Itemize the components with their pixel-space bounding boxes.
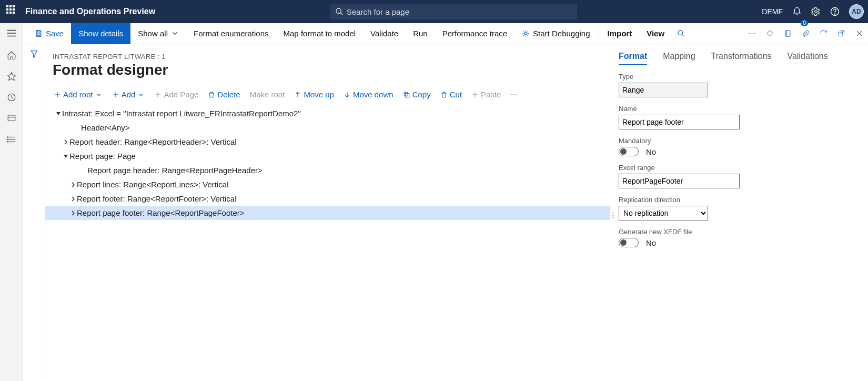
home-icon[interactable] [7,51,16,60]
tree-row[interactable]: Intrastat: Excel = "Intrastat report Lit… [45,106,610,121]
company-code[interactable]: DEMF [762,7,783,16]
trash-icon [440,91,448,98]
svg-rect-18 [37,31,40,32]
splitter-handle[interactable] [610,49,615,381]
run-button[interactable]: Run [406,23,435,44]
app-launcher-icon[interactable] [6,5,19,18]
validate-button[interactable]: Validate [363,23,406,44]
caret-down-icon[interactable] [55,111,62,116]
caret-down-icon[interactable] [62,154,69,159]
ellipsis-icon [510,91,518,98]
chevron-down-icon [171,29,179,37]
excel-range-field[interactable] [619,174,740,188]
tab-format[interactable]: Format [619,52,647,65]
tab-transformations[interactable]: Transformations [711,52,772,65]
tab-validations[interactable]: Validations [788,52,828,65]
move-down-button[interactable]: Move down [339,88,398,101]
find-button[interactable] [672,23,690,44]
add-root-button[interactable]: Add root [49,88,107,101]
name-field[interactable] [619,115,740,129]
avatar[interactable]: AD [849,4,864,19]
svg-marker-49 [64,155,68,158]
svg-point-25 [753,33,754,34]
move-up-button[interactable]: Move up [290,88,338,101]
attachment-count: 0 [801,20,808,26]
tree-label: Intrastat: Excel = "Intrastat report Lit… [62,109,301,118]
svg-rect-42 [404,92,408,96]
office-icon-button[interactable] [779,23,796,44]
start-debugging-button[interactable]: Start Debugging [514,23,597,44]
tree-label: Report header: Range<ReportHeader>: Vert… [69,137,237,146]
show-details-button[interactable]: Show details [71,23,130,44]
svg-point-51 [612,215,613,215]
hamburger-icon[interactable] [6,27,17,39]
add-button[interactable]: Add [108,88,149,101]
modules-icon[interactable] [7,135,16,144]
search-input[interactable] [347,7,572,16]
mandatory-value: No [646,147,656,156]
performance-trace-button[interactable]: Performance trace [435,23,514,44]
replication-select[interactable]: No replication [619,206,708,220]
caret-right-icon[interactable] [69,210,77,216]
tree-row[interactable]: Report page: Page [45,149,610,163]
svg-rect-10 [8,115,15,121]
mandatory-toggle[interactable] [619,147,639,156]
breadcrumb: INTRASTAT REPORT LITWARE : 1 [45,49,610,62]
format-enumerations-button[interactable]: Format enumerations [186,23,276,44]
office-icon [784,29,792,37]
attachments-button[interactable]: 0 [796,23,814,44]
tree-row[interactable]: Report lines: Range<ReportLines>: Vertic… [45,177,610,192]
xfdf-toggle[interactable] [619,238,639,247]
tree-row[interactable]: Report footer: Range<ReportFooter>: Vert… [45,192,610,206]
plus-icon [112,91,119,98]
titlebar: Finance and Operations Preview DEMF AD [0,0,868,23]
svg-point-52 [612,217,613,217]
gear-icon[interactable] [811,7,821,16]
caret-right-icon[interactable] [69,182,77,187]
workspace-icon[interactable] [7,114,16,123]
import-button[interactable]: Import [600,23,640,44]
svg-marker-8 [7,73,15,81]
recent-icon[interactable] [7,93,16,102]
delete-button[interactable]: Delete [204,88,244,101]
svg-point-21 [678,31,682,35]
diamond-icon [766,29,774,37]
svg-point-47 [516,94,517,95]
svg-point-45 [511,94,512,95]
global-search[interactable] [330,4,577,19]
tree-row[interactable]: Report page footer: Range<ReportPageFoot… [45,206,610,220]
svg-point-16 [7,139,8,140]
format-tree[interactable]: Intrastat: Excel = "Intrastat report Lit… [45,104,610,381]
tree-label: Report page header: Range<ReportPageHead… [87,166,263,175]
tab-mapping[interactable]: Mapping [663,52,695,65]
more-tree-actions[interactable] [506,89,522,101]
type-field[interactable] [619,83,708,97]
popout-button[interactable] [832,23,850,44]
close-button[interactable] [850,23,868,44]
help-icon[interactable] [830,7,840,16]
map-format-button[interactable]: Map format to model [276,23,364,44]
copy-button[interactable]: Copy [399,88,435,101]
search-icon [677,29,685,37]
tree-row[interactable]: Report header: Range<ReportHeader>: Vert… [45,135,610,149]
tree-row[interactable]: Report page header: Range<ReportPageHead… [45,163,610,177]
svg-point-23 [749,33,750,34]
star-icon[interactable] [7,72,16,81]
save-button[interactable]: Save [27,23,71,44]
tree-row[interactable]: Header<Any> [45,121,610,135]
arrow-up-icon [294,91,301,98]
xfdf-label: Generate new XFDF file [619,228,857,236]
cut-button[interactable]: Cut [436,88,466,101]
caret-right-icon[interactable] [69,196,77,202]
plus-icon [471,91,479,98]
bell-icon[interactable] [792,7,802,16]
caret-right-icon[interactable] [62,139,69,145]
show-all-button[interactable]: Show all [130,23,186,44]
refresh-button[interactable] [814,23,832,44]
funnel-icon[interactable] [30,49,38,58]
diamond-icon-button[interactable] [761,23,779,44]
make-root-button: Make root [246,88,289,101]
view-button[interactable]: View [639,23,672,44]
more-actions-button[interactable] [743,23,761,44]
xfdf-value: No [646,238,656,247]
